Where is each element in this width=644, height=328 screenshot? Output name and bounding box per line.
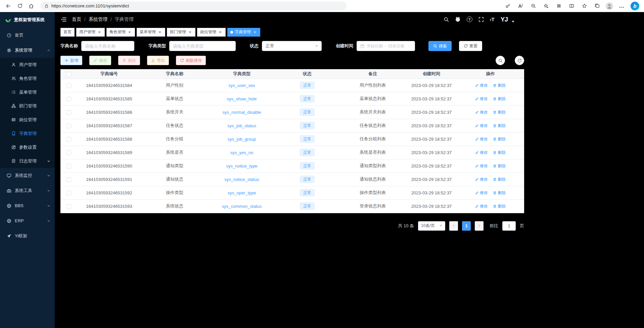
tab-menu-mgmt[interactable]: 菜单管理 × [137, 28, 165, 37]
back-icon[interactable] [3, 1, 13, 11]
font-size-icon[interactable]: тТ [490, 17, 495, 22]
row-delete-button[interactable]: 删除 [493, 136, 506, 142]
row-delete-button[interactable]: 删除 [493, 177, 506, 182]
sidebar-item-erp[interactable]: ERP [0, 213, 55, 228]
sidebar-item-bbs[interactable]: BBS [0, 198, 55, 213]
sidebar-item-system-mgmt[interactable]: 系统管理 [0, 43, 55, 58]
row-delete-button[interactable]: 删除 [493, 83, 506, 88]
sidebar-item-param-settings[interactable]: 参数设置 [0, 140, 55, 154]
close-icon[interactable]: × [97, 30, 102, 35]
add-button[interactable]: 新增 [60, 56, 82, 65]
row-delete-button[interactable]: 删除 [493, 203, 506, 209]
dict-type-link[interactable]: sys_notice_status [224, 177, 259, 182]
more-icon[interactable]: … [618, 1, 626, 11]
close-icon[interactable]: × [188, 30, 192, 35]
sidebar-item-log-mgmt[interactable]: 日志管理 [0, 154, 55, 168]
split-screen-icon[interactable] [567, 1, 576, 11]
row-edit-button[interactable]: 修改 [475, 83, 488, 88]
row-delete-button[interactable]: 删除 [493, 96, 506, 102]
dict-type-link[interactable]: sys_job_group [228, 137, 256, 142]
edit-button[interactable]: 修改 [89, 56, 111, 65]
row-edit-button[interactable]: 修改 [475, 177, 488, 182]
row-edit-button[interactable]: 修改 [475, 136, 488, 142]
row-checkbox[interactable] [66, 110, 71, 115]
row-delete-button[interactable]: 删除 [493, 163, 506, 169]
row-checkbox[interactable] [66, 177, 71, 182]
refresh-table-button[interactable] [515, 56, 524, 65]
dict-type-link[interactable]: sys_yes_no [230, 150, 254, 155]
tab-user-mgmt[interactable]: 用户管理 × [76, 28, 105, 37]
sidebar-item-system-tools[interactable]: 系统工具 [0, 183, 55, 198]
row-checkbox[interactable] [66, 137, 71, 142]
bing-copilot-icon[interactable]: b [631, 2, 639, 10]
close-icon[interactable]: × [157, 30, 162, 35]
goto-page-input[interactable] [502, 221, 516, 231]
dict-type-link[interactable]: sys_normal_disable [223, 110, 261, 115]
help-icon[interactable]: ? [467, 16, 472, 22]
current-page-button[interactable]: 1 [462, 221, 471, 231]
row-edit-button[interactable]: 修改 [475, 190, 488, 196]
dict-type-link[interactable]: sys_user_sex [228, 83, 255, 88]
next-page-button[interactable] [475, 221, 484, 231]
dict-type-link[interactable]: sys_job_status [227, 123, 256, 128]
row-edit-button[interactable]: 修改 [475, 163, 488, 169]
tab-role-mgmt[interactable]: 角色管理 × [106, 28, 135, 37]
tab-post-mgmt[interactable]: 岗位管理 × [197, 28, 226, 37]
sidebar-item-post-mgmt[interactable]: 岗位管理 [0, 113, 55, 127]
sidebar-item-user-mgmt[interactable]: 用户管理 [0, 58, 55, 72]
sidebar-item-role-mgmt[interactable]: 角色管理 [0, 72, 55, 85]
close-icon[interactable]: × [218, 30, 223, 35]
reset-button[interactable]: 重置 [459, 41, 482, 51]
url-bar[interactable]: https://ccnetcore.com:1101/system/dict [40, 2, 347, 10]
search-button[interactable]: 搜索 [428, 41, 452, 51]
row-checkbox[interactable] [66, 83, 71, 88]
row-edit-button[interactable]: 修改 [475, 109, 488, 115]
breadcrumb-item-system[interactable]: 系统管理 [89, 16, 107, 22]
dict-type-link[interactable]: sys_notice_type [226, 163, 257, 169]
home-icon[interactable] [26, 1, 36, 11]
tab-dept-mgmt[interactable]: 部门管理 × [167, 28, 195, 37]
row-edit-button[interactable]: 修改 [475, 203, 488, 209]
github-icon[interactable] [455, 16, 461, 22]
date-range-picker[interactable]: 开始日期 - 结束日期 [357, 41, 415, 51]
row-checkbox[interactable] [66, 124, 71, 128]
export-button[interactable]: 导出 [147, 56, 169, 65]
prev-page-button[interactable] [449, 221, 458, 231]
dict-name-field[interactable] [85, 44, 131, 49]
row-delete-button[interactable]: 删除 [493, 190, 506, 196]
dict-type-input[interactable] [169, 41, 236, 51]
sidebar-item-menu-mgmt[interactable]: 菜单管理 [0, 85, 55, 99]
refresh-cache-button[interactable]: 刷新缓存 [176, 56, 206, 65]
row-checkbox[interactable] [66, 191, 71, 195]
tab-home[interactable]: 首页 [60, 28, 75, 37]
row-edit-button[interactable]: 修改 [475, 96, 488, 102]
user-logo[interactable]: YJ [501, 16, 508, 23]
sidebar-item-home[interactable]: 首页 [0, 28, 55, 43]
password-key-icon[interactable] [504, 1, 512, 11]
row-edit-button[interactable]: 修改 [475, 123, 488, 129]
sidebar-item-dept-mgmt[interactable]: 部门管理 [0, 99, 55, 113]
close-icon[interactable]: × [252, 30, 257, 35]
fullscreen-icon[interactable] [478, 17, 484, 22]
dict-type-link[interactable]: sys_oper_type [228, 190, 256, 195]
breadcrumb-item-home[interactable]: 首页 [72, 16, 81, 22]
show-search-toggle[interactable] [496, 56, 505, 65]
refresh-icon[interactable] [15, 1, 25, 11]
row-delete-button[interactable]: 删除 [493, 123, 506, 129]
zoom-icon[interactable] [529, 1, 537, 11]
extensions-icon[interactable] [555, 1, 563, 11]
sidebar-item-dict-mgmt[interactable]: 字典管理 [0, 127, 55, 140]
select-all-checkbox[interactable] [66, 72, 71, 77]
row-checkbox[interactable] [66, 204, 71, 209]
favorites-icon[interactable] [580, 1, 588, 11]
row-delete-button[interactable]: 删除 [493, 109, 506, 115]
tab-dict-mgmt[interactable]: 字典管理 × [227, 28, 260, 37]
sidebar-item-yi-framework[interactable]: Yi框架 [0, 228, 55, 243]
status-select[interactable]: 正常 [262, 41, 322, 51]
dict-type-link[interactable]: sys_show_hide [227, 96, 257, 101]
row-checkbox[interactable] [66, 164, 71, 169]
row-delete-button[interactable]: 删除 [493, 150, 506, 155]
row-edit-button[interactable]: 修改 [475, 150, 488, 155]
profile-avatar[interactable] [606, 2, 613, 10]
search-icon[interactable] [444, 17, 449, 22]
